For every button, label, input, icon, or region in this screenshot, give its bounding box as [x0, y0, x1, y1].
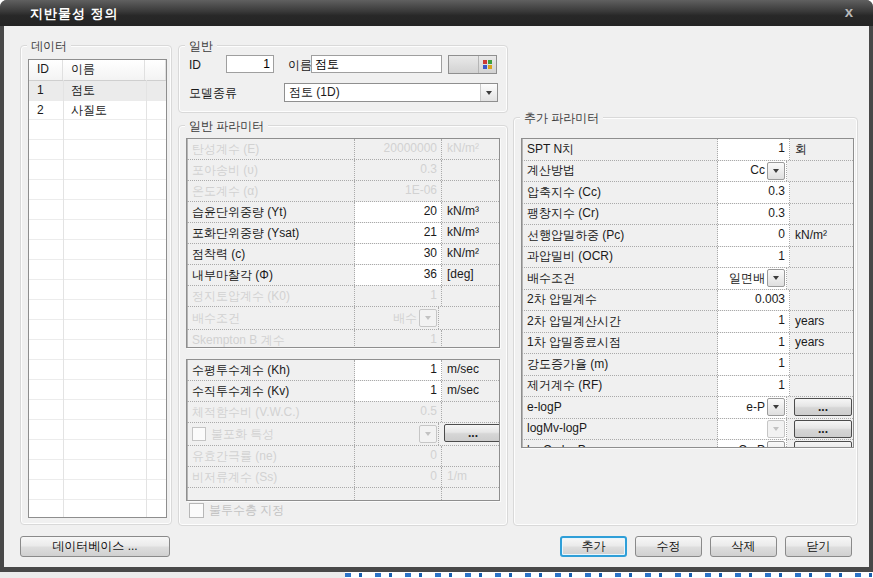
general-params-group-label: 일반 파라미터	[185, 118, 268, 135]
ocr-input[interactable]: 1	[718, 247, 790, 268]
spt-n-input[interactable]: 1	[718, 139, 790, 160]
param-row: 1차 압밀종료시점 1 years	[522, 333, 853, 355]
param-row: 계산방법 Cc	[522, 161, 853, 183]
param-row: 내부마찰각 (Φ) 36 [deg]	[187, 265, 499, 286]
delete-button[interactable]: 삭제	[710, 536, 777, 557]
param-row: 2차 압밀계산시간 1 years	[522, 311, 853, 333]
color-picker-button[interactable]	[448, 55, 497, 74]
close-button[interactable]: 닫기	[785, 536, 852, 557]
sat-unit-weight-input[interactable]: 21	[355, 223, 442, 243]
chevron-down-icon[interactable]	[767, 162, 785, 180]
chevron-down-icon[interactable]	[767, 269, 785, 287]
general-params-table: 탄성계수 (E) 20000000 kN/m² 포아송비 (υ) 0.3 온도계…	[186, 138, 500, 348]
cohesion-input[interactable]: 30	[355, 244, 442, 264]
chevron-down-icon[interactable]	[767, 398, 785, 416]
chevron-down-icon[interactable]	[480, 84, 497, 101]
primary-end-time-input[interactable]: 1	[718, 333, 790, 354]
column-header-name[interactable]: 이름	[63, 60, 145, 80]
strength-increase-input[interactable]: 1	[718, 354, 790, 375]
param-row: 정지토압계수 (K0) 1	[187, 286, 499, 307]
param-row: 탄성계수 (E) 20000000 kN/m²	[187, 139, 499, 160]
model-type-label: 모델종류	[189, 86, 237, 100]
chevron-down-icon	[419, 425, 437, 443]
param-row: 온도계수 (α) 1E-06	[187, 181, 499, 202]
material-definition-dialog: 지반물성 정의 x 데이터 ID 이름 1 점토 2 사질토	[0, 0, 873, 572]
column-header-id[interactable]: ID	[29, 60, 63, 80]
general-group: 일반 ID 이름 모델종류 점토 (1D)	[178, 45, 508, 113]
param-row: logMv-logP ...	[522, 419, 853, 441]
dialog-body: 데이터 ID 이름 1 점토 2 사질토	[4, 26, 869, 567]
param-row: 수직투수계수 (Kv) 1 m/sec	[187, 381, 499, 402]
chevron-down-icon	[419, 309, 437, 327]
param-row: 습윤단위중량 (Yt) 20 kN/m³	[187, 202, 499, 223]
elogp-ellipsis-button[interactable]: ...	[794, 398, 852, 416]
cc-input[interactable]: 0.3	[718, 182, 790, 203]
name-input[interactable]	[311, 55, 442, 73]
data-group: 데이터 ID 이름 1 점토 2 사질토	[20, 45, 172, 525]
param-row: 포화단위중량 (Ysat) 21 kN/m³	[187, 223, 499, 244]
background-window-strip	[0, 572, 873, 578]
param-row: 점착력 (c) 30 kN/m²	[187, 244, 499, 265]
param-row: e-logP e-P ...	[522, 397, 853, 419]
param-row: 불포화 특성 ...	[187, 423, 499, 446]
param-row: Skempton B 계수 1	[187, 330, 499, 348]
friction-angle-input[interactable]: 36	[355, 265, 442, 285]
param-row: 팽창지수 (Cr) 0.3	[522, 204, 853, 226]
logmv-ellipsis-button[interactable]: ...	[794, 420, 852, 438]
chevron-down-icon	[767, 420, 785, 438]
elogp-select[interactable]: e-P	[718, 397, 787, 418]
chevron-down-icon[interactable]	[767, 441, 785, 448]
unsaturated-checkbox	[192, 427, 206, 441]
impermeable-layer-checkbox[interactable]	[189, 503, 204, 518]
id-input[interactable]	[226, 55, 274, 73]
param-row: 강도증가율 (m) 1	[522, 354, 853, 376]
name-label: 이름	[288, 58, 312, 72]
kv-input[interactable]: 1	[355, 381, 442, 401]
calc-method-select[interactable]: Cc	[718, 161, 787, 182]
permeability-table: 수평투수계수 (Kh) 1 m/sec 수직투수계수 (Kv) 1 m/sec …	[186, 359, 500, 501]
unit-weight-input[interactable]: 20	[355, 202, 442, 222]
param-row: 선행압밀하중 (Pc) 0 kN/m²	[522, 225, 853, 247]
impermeable-layer-checkbox-row: 불투수층 지정	[189, 502, 284, 519]
database-button[interactable]: 데이터베이스 ...	[20, 536, 170, 557]
param-row: 과압밀비 (OCR) 1	[522, 247, 853, 269]
add-button[interactable]: 추가	[560, 536, 627, 557]
param-row: SPT N치 1 회	[522, 139, 853, 161]
param-row: 비저류계수 (Ss) 0 1/m	[187, 467, 499, 488]
impermeable-layer-label: 불투수층 지정	[209, 502, 284, 519]
dialog-titlebar[interactable]: 지반물성 정의 x	[0, 0, 873, 26]
logcv-ellipsis-button[interactable]: ...	[794, 441, 852, 448]
id-label: ID	[189, 58, 201, 72]
secondary-consolidation-input[interactable]: 0.003	[718, 290, 790, 311]
model-type-select[interactable]: 점토 (1D)	[284, 83, 498, 102]
data-group-label: 데이터	[27, 38, 71, 55]
logmv-logp-select	[718, 419, 787, 440]
rf-input[interactable]: 1	[718, 376, 790, 397]
additional-params-table: SPT N치 1 회 계산방법 Cc 압축지수 (Cc) 0.3	[521, 138, 854, 448]
param-row: 압축지수 (Cc) 0.3	[522, 182, 853, 204]
cr-input[interactable]: 0.3	[718, 204, 790, 225]
param-row: 체적함수비 (V.W.C.) 0.5	[187, 402, 499, 423]
logcv-logp-select[interactable]: Cv-P	[718, 440, 787, 448]
dialog-title: 지반물성 정의	[30, 5, 119, 23]
param-row: 2차 압밀계수 0.003	[522, 290, 853, 312]
param-row: 유효간극률 (ne) 0	[187, 446, 499, 467]
color-swatch	[449, 56, 479, 73]
additional-params-group: 추가 파라미터 SPT N치 1 회 계산방법 Cc	[513, 117, 858, 526]
material-list[interactable]: ID 이름 1 점토 2 사질토	[28, 59, 167, 518]
general-group-label: 일반	[185, 38, 217, 55]
pc-input[interactable]: 0	[718, 225, 790, 246]
color-picker-icon	[479, 56, 496, 73]
material-list-header: ID 이름	[29, 60, 166, 81]
general-params-group: 일반 파라미터 탄성계수 (E) 20000000 kN/m² 포아송비 (υ)…	[178, 125, 508, 526]
close-icon[interactable]: x	[845, 3, 853, 20]
secondary-time-input[interactable]: 1	[718, 311, 790, 332]
modify-button[interactable]: 수정	[635, 536, 702, 557]
param-row: 수평투수계수 (Kh) 1 m/sec	[187, 360, 499, 381]
kh-input[interactable]: 1	[355, 360, 442, 380]
param-row: 배수조건 일면배	[522, 268, 853, 290]
unsaturated-ellipsis-button[interactable]: ...	[444, 424, 499, 442]
drainage-condition-select[interactable]: 일면배	[718, 268, 787, 289]
param-row: 제거계수 (RF) 1	[522, 376, 853, 398]
param-row: logCv-logP Cv-P ...	[522, 440, 853, 448]
